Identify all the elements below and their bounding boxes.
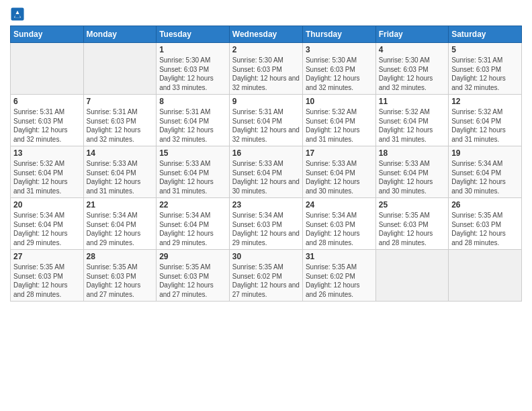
day-number: 6: [13, 97, 81, 106]
day-detail: Sunrise: 5:31 AM Sunset: 6:04 PM Dayligh…: [159, 107, 226, 144]
day-number: 21: [87, 200, 154, 210]
calendar-cell: 27Sunrise: 5:35 AM Sunset: 6:03 PM Dayli…: [11, 250, 84, 302]
day-detail: Sunrise: 5:30 AM Sunset: 6:03 PM Dayligh…: [232, 56, 300, 92]
day-detail: Sunrise: 5:35 AM Sunset: 6:03 PM Dayligh…: [87, 263, 154, 299]
day-number: 7: [87, 97, 154, 106]
calendar-body: 1Sunrise: 5:30 AM Sunset: 6:03 PM Daylig…: [11, 43, 522, 302]
day-number: 31: [306, 252, 373, 261]
day-detail: Sunrise: 5:30 AM Sunset: 6:03 PM Dayligh…: [159, 56, 226, 92]
day-detail: Sunrise: 5:34 AM Sunset: 6:04 PM Dayligh…: [451, 159, 519, 195]
day-detail: Sunrise: 5:34 AM Sunset: 6:04 PM Dayligh…: [13, 211, 81, 247]
logo-icon: [10, 7, 25, 21]
week-row-2: 6Sunrise: 5:31 AM Sunset: 6:03 PM Daylig…: [11, 95, 522, 146]
day-detail: Sunrise: 5:31 AM Sunset: 6:03 PM Dayligh…: [13, 107, 81, 144]
week-row-1: 1Sunrise: 5:30 AM Sunset: 6:03 PM Daylig…: [11, 43, 522, 95]
calendar-cell: 22Sunrise: 5:34 AM Sunset: 6:04 PM Dayli…: [157, 198, 230, 250]
day-number: 16: [232, 148, 300, 158]
calendar-cell: 7Sunrise: 5:31 AM Sunset: 6:03 PM Daylig…: [83, 95, 157, 146]
day-detail: Sunrise: 5:35 AM Sunset: 6:03 PM Dayligh…: [451, 211, 519, 247]
day-number: 30: [232, 252, 300, 261]
calendar-cell: [83, 43, 157, 95]
day-number: 15: [159, 148, 226, 158]
calendar-cell: 20Sunrise: 5:34 AM Sunset: 6:04 PM Dayli…: [11, 198, 84, 250]
calendar-cell: 25Sunrise: 5:35 AM Sunset: 6:03 PM Dayli…: [375, 198, 448, 250]
day-detail: Sunrise: 5:30 AM Sunset: 6:03 PM Dayligh…: [306, 56, 373, 92]
day-number: 11: [379, 97, 445, 106]
day-detail: Sunrise: 5:33 AM Sunset: 6:04 PM Dayligh…: [87, 159, 154, 195]
day-detail: Sunrise: 5:35 AM Sunset: 6:02 PM Dayligh…: [306, 263, 373, 299]
day-header-wednesday: Wednesday: [229, 26, 302, 43]
calendar-cell: [449, 250, 522, 302]
calendar-cell: 2Sunrise: 5:30 AM Sunset: 6:03 PM Daylig…: [229, 43, 302, 95]
calendar-cell: 12Sunrise: 5:32 AM Sunset: 6:04 PM Dayli…: [449, 95, 522, 146]
day-detail: Sunrise: 5:30 AM Sunset: 6:03 PM Dayligh…: [379, 56, 445, 92]
day-number: 14: [87, 148, 154, 158]
day-detail: Sunrise: 5:31 AM Sunset: 6:03 PM Dayligh…: [451, 56, 519, 92]
week-row-4: 20Sunrise: 5:34 AM Sunset: 6:04 PM Dayli…: [11, 198, 522, 250]
calendar-cell: 18Sunrise: 5:33 AM Sunset: 6:04 PM Dayli…: [375, 146, 448, 198]
day-number: 10: [306, 97, 373, 106]
day-detail: Sunrise: 5:32 AM Sunset: 6:04 PM Dayligh…: [451, 107, 519, 144]
day-number: 12: [451, 97, 519, 106]
day-detail: Sunrise: 5:32 AM Sunset: 6:04 PM Dayligh…: [379, 107, 445, 144]
header-row: SundayMondayTuesdayWednesdayThursdayFrid…: [11, 26, 522, 43]
day-detail: Sunrise: 5:31 AM Sunset: 6:03 PM Dayligh…: [87, 107, 154, 144]
day-number: 22: [159, 200, 226, 210]
day-detail: Sunrise: 5:32 AM Sunset: 6:04 PM Dayligh…: [13, 159, 81, 195]
calendar-cell: 11Sunrise: 5:32 AM Sunset: 6:04 PM Dayli…: [375, 95, 448, 146]
day-number: 17: [306, 148, 373, 158]
day-number: 20: [13, 200, 81, 210]
week-row-3: 13Sunrise: 5:32 AM Sunset: 6:04 PM Dayli…: [11, 146, 522, 198]
page-header: [10, 7, 522, 21]
day-detail: Sunrise: 5:35 AM Sunset: 6:03 PM Dayligh…: [159, 263, 226, 299]
day-detail: Sunrise: 5:31 AM Sunset: 6:04 PM Dayligh…: [232, 107, 300, 144]
calendar-cell: 31Sunrise: 5:35 AM Sunset: 6:02 PM Dayli…: [302, 250, 375, 302]
day-detail: Sunrise: 5:33 AM Sunset: 6:04 PM Dayligh…: [159, 159, 226, 195]
day-header-monday: Monday: [83, 26, 157, 43]
calendar-cell: 30Sunrise: 5:35 AM Sunset: 6:02 PM Dayli…: [229, 250, 302, 302]
day-number: 24: [306, 200, 373, 210]
day-number: 13: [13, 148, 81, 158]
calendar-cell: 10Sunrise: 5:32 AM Sunset: 6:04 PM Dayli…: [302, 95, 375, 146]
calendar-cell: 4Sunrise: 5:30 AM Sunset: 6:03 PM Daylig…: [375, 43, 448, 95]
day-header-thursday: Thursday: [302, 26, 375, 43]
day-detail: Sunrise: 5:35 AM Sunset: 6:03 PM Dayligh…: [379, 211, 445, 247]
calendar-cell: 13Sunrise: 5:32 AM Sunset: 6:04 PM Dayli…: [11, 146, 84, 198]
day-number: 18: [379, 148, 445, 158]
day-number: 4: [379, 45, 445, 54]
day-detail: Sunrise: 5:32 AM Sunset: 6:04 PM Dayligh…: [306, 107, 373, 144]
day-number: 19: [451, 148, 519, 158]
day-detail: Sunrise: 5:33 AM Sunset: 6:04 PM Dayligh…: [379, 159, 445, 195]
calendar-cell: 28Sunrise: 5:35 AM Sunset: 6:03 PM Dayli…: [83, 250, 157, 302]
calendar-cell: 8Sunrise: 5:31 AM Sunset: 6:04 PM Daylig…: [157, 95, 230, 146]
day-number: 8: [159, 97, 226, 106]
week-row-5: 27Sunrise: 5:35 AM Sunset: 6:03 PM Dayli…: [11, 250, 522, 302]
calendar-cell: 6Sunrise: 5:31 AM Sunset: 6:03 PM Daylig…: [11, 95, 84, 146]
day-number: 1: [159, 45, 226, 54]
calendar-table: SundayMondayTuesdayWednesdayThursdayFrid…: [10, 26, 522, 302]
svg-rect-2: [15, 14, 19, 17]
calendar-cell: 1Sunrise: 5:30 AM Sunset: 6:03 PM Daylig…: [157, 43, 230, 95]
day-header-tuesday: Tuesday: [157, 26, 230, 43]
calendar-header: SundayMondayTuesdayWednesdayThursdayFrid…: [11, 26, 522, 43]
day-number: 27: [13, 252, 81, 261]
day-detail: Sunrise: 5:34 AM Sunset: 6:04 PM Dayligh…: [87, 211, 154, 247]
calendar-cell: 29Sunrise: 5:35 AM Sunset: 6:03 PM Dayli…: [157, 250, 230, 302]
calendar-cell: 17Sunrise: 5:33 AM Sunset: 6:04 PM Dayli…: [302, 146, 375, 198]
calendar-cell: 5Sunrise: 5:31 AM Sunset: 6:03 PM Daylig…: [449, 43, 522, 95]
day-number: 2: [232, 45, 300, 54]
calendar-cell: 9Sunrise: 5:31 AM Sunset: 6:04 PM Daylig…: [229, 95, 302, 146]
calendar-cell: 24Sunrise: 5:34 AM Sunset: 6:03 PM Dayli…: [302, 198, 375, 250]
calendar-cell: 14Sunrise: 5:33 AM Sunset: 6:04 PM Dayli…: [83, 146, 157, 198]
day-number: 28: [87, 252, 154, 261]
calendar-cell: 15Sunrise: 5:33 AM Sunset: 6:04 PM Dayli…: [157, 146, 230, 198]
day-number: 3: [306, 45, 373, 54]
day-header-sunday: Sunday: [11, 26, 84, 43]
calendar-cell: 3Sunrise: 5:30 AM Sunset: 6:03 PM Daylig…: [302, 43, 375, 95]
calendar-cell: 19Sunrise: 5:34 AM Sunset: 6:04 PM Dayli…: [449, 146, 522, 198]
calendar-cell: 23Sunrise: 5:34 AM Sunset: 6:03 PM Dayli…: [229, 198, 302, 250]
day-detail: Sunrise: 5:33 AM Sunset: 6:04 PM Dayligh…: [306, 159, 373, 195]
day-header-saturday: Saturday: [449, 26, 522, 43]
calendar-cell: 21Sunrise: 5:34 AM Sunset: 6:04 PM Dayli…: [83, 198, 157, 250]
calendar-cell: [11, 43, 84, 95]
